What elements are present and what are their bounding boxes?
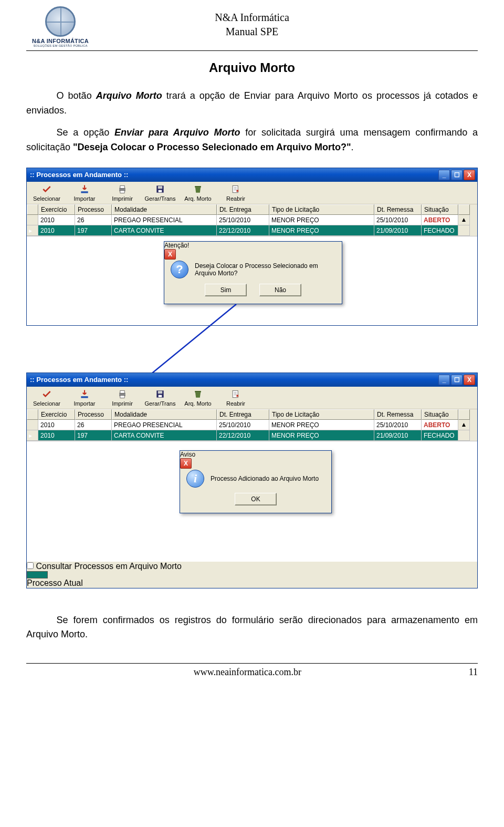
col-header[interactable]: Situação [422,204,458,215]
svg-rect-10 [120,390,124,393]
col-header[interactable]: Dt. Entrega [217,409,269,420]
col-header[interactable]: Situação [422,409,458,420]
toolbar-btn-gerar-trans[interactable]: Gerar/Trans [143,183,177,202]
toolbar-btn-reabrir[interactable]: Reabrir [219,183,253,202]
confirm-yes-button[interactable]: Sim [205,284,247,296]
table-row[interactable]: ▸2010197CARTA CONVITE22/12/2010MENOR PRE… [27,225,477,236]
reopen-icon [229,388,243,400]
svg-rect-4 [158,186,162,189]
p2-e: . [351,142,354,152]
legend-label: Processo Atual [27,578,83,587]
window-title-1: :: Processos em Andamento :: [30,171,438,179]
header-line-2: Manual SPE [94,25,410,39]
svg-rect-5 [159,190,162,192]
toolbar-btn-imprimir[interactable]: Imprimir [106,183,139,202]
reopen-icon [229,183,243,195]
col-header[interactable] [458,409,470,420]
cell: ABERTO [422,420,458,430]
maximize-button-2[interactable]: ☐ [451,375,463,385]
cell: CARTA CONVITE [112,430,217,441]
minimize-button[interactable]: _ [438,170,450,180]
cell: 26 [75,420,112,430]
toolbar-btn-importar[interactable]: Importar [68,388,101,407]
toolbar-btn-imprimir[interactable]: Imprimir [106,388,139,407]
toolbar-1: SelecionarImportarImprimirGerar/TransArq… [27,182,477,204]
toolbar-btn-selecionar[interactable]: Selecionar [30,388,64,407]
maximize-button[interactable]: ☐ [451,170,463,180]
check-icon [40,183,54,195]
window-titlebar-2[interactable]: :: Processos em Andamento :: _ ☐ X [27,373,477,387]
col-header[interactable] [27,204,38,215]
close-button-2[interactable]: X [464,375,475,385]
brand-tagline: SOLUÇÕES EM GESTÃO PÚBLICA [26,44,94,47]
cell: 25/10/2010 [217,420,269,430]
info-dialog-titlebar[interactable]: Aviso X [180,451,331,463]
header-title: N&A Informática Manual SPE [94,6,410,39]
svg-rect-14 [159,395,162,397]
question-icon: ? [171,261,188,278]
svg-rect-11 [120,395,124,398]
cell: 22/12/2010 [217,430,269,441]
col-header[interactable]: Modalidade [112,409,217,420]
svg-rect-15 [195,391,201,392]
confirm-dialog-close[interactable]: X [164,249,176,260]
p2-b: Enviar para Arquivo Morto [114,127,240,138]
cell: 21/09/2010 [374,225,422,236]
close-button[interactable]: X [464,170,475,180]
cell: MENOR PREÇO [269,420,374,430]
import-icon [78,388,91,400]
col-header[interactable]: Modalidade [112,204,217,215]
p1-b: Arquivo Morto [96,90,162,101]
table-row[interactable]: 201026PREGAO PRESENCIAL25/10/2010MENOR P… [27,420,477,430]
toolbar-btn-gerar-trans[interactable]: Gerar/Trans [143,388,177,407]
print-icon [116,183,129,195]
cell: 25/10/2010 [374,420,422,430]
trash-icon [191,388,205,400]
grid-header-1: ExercícioProcessoModalidadeDt. EntregaTi… [27,204,477,215]
scroll-up-icon[interactable] [458,225,470,236]
info-dialog-close[interactable]: X [180,458,192,469]
toolbar-btn-arq-morto[interactable]: Arq. Morto [181,388,215,407]
confirm-dialog-titlebar[interactable]: Atenção! X [164,242,342,254]
archive-filter-checkbox[interactable] [27,562,34,569]
globe-icon [45,6,76,37]
col-header[interactable] [27,409,38,420]
col-header[interactable]: Tipo de Licitação [269,409,374,420]
grid-header-2: ExercícioProcessoModalidadeDt. EntregaTi… [27,409,477,420]
table-row[interactable]: 201026PREGAO PRESENCIAL25/10/2010MENOR P… [27,215,477,225]
col-header[interactable]: Dt. Remessa [374,409,422,420]
col-header[interactable]: Dt. Remessa [374,204,422,215]
col-header[interactable] [458,204,470,215]
col-header[interactable]: Dt. Entrega [217,204,269,215]
p1-a: O botão [57,90,96,101]
col-header[interactable]: Exercício [38,409,75,420]
cell: PREGAO PRESENCIAL [112,215,217,225]
paragraph-2: Se a opção Enviar para Arquivo Morto for… [26,126,478,155]
screenshot-stage-2: :: Processos em Andamento :: _ ☐ X Selec… [26,367,478,598]
cell: FECHADO [422,430,458,441]
table-row[interactable]: ▸2010197CARTA CONVITE22/12/2010MENOR PRE… [27,430,477,441]
cell: ▸ [27,225,38,236]
scroll-up-icon[interactable]: ▲ [458,215,470,225]
toolbar-btn-importar[interactable]: Importar [68,183,101,202]
p2-a: Se a opção [57,127,114,138]
window-titlebar-1[interactable]: :: Processos em Andamento :: _ ☐ X [27,168,477,182]
minimize-button-2[interactable]: _ [438,375,450,385]
cell: 25/10/2010 [374,215,422,225]
legend-swatch [27,571,48,578]
confirm-dialog-text: Deseja Colocar o Processo Selecionado em… [195,262,335,277]
col-header[interactable]: Exercício [38,204,75,215]
toolbar-btn-selecionar[interactable]: Selecionar [30,183,64,202]
cell: MENOR PREÇO [269,225,374,236]
scroll-up-icon[interactable] [458,430,470,441]
scroll-up-icon[interactable]: ▲ [458,420,470,430]
toolbar-btn-arq-morto[interactable]: Arq. Morto [181,183,215,202]
col-header[interactable]: Processo [75,204,112,215]
toolbar-btn-reabrir[interactable]: Reabrir [219,388,253,407]
col-header[interactable]: Tipo de Licitação [269,204,374,215]
confirm-no-button[interactable]: Não [259,284,301,296]
col-header[interactable]: Processo [75,409,112,420]
screenshot-stage-1: :: Processos em Andamento :: _ ☐ X Selec… [26,162,478,358]
info-ok-button[interactable]: OK [235,493,277,505]
p2-d: "Deseja Colocar o Processo Selecionado e… [73,142,351,152]
